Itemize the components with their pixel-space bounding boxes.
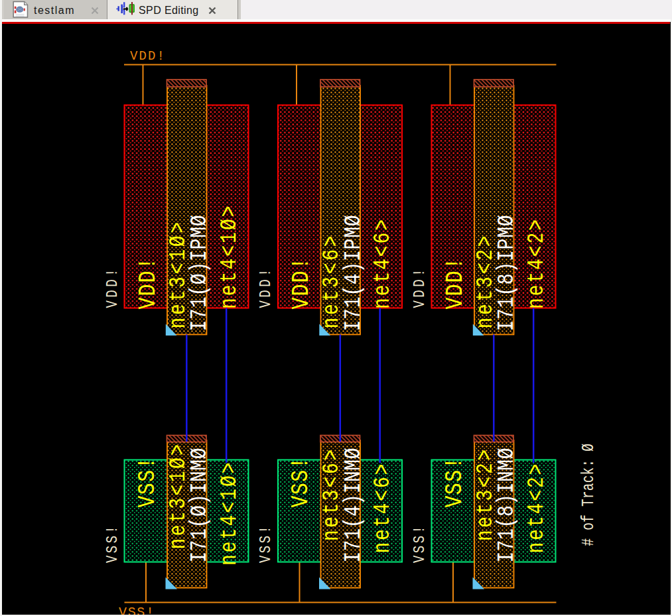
svg-text:net4<6>: net4<6> bbox=[370, 219, 395, 309]
svg-text:I71(4)INMØ: I71(4)INMØ bbox=[340, 448, 366, 563]
svg-text:I71(Ø)IPMØ: I71(Ø)IPMØ bbox=[187, 216, 212, 332]
svg-text:I71(Ø)INMØ: I71(Ø)INMØ bbox=[187, 448, 212, 563]
svg-text:I71(8)IPMØ: I71(8)IPMØ bbox=[494, 216, 519, 332]
svg-text:net4<2>: net4<2> bbox=[523, 464, 549, 554]
svg-text:VSS!: VSS! bbox=[440, 458, 468, 508]
svg-text:net4<6>: net4<6> bbox=[370, 464, 395, 554]
svg-text:VDD!: VDD! bbox=[287, 258, 315, 310]
svg-text:I71(4)IPMØ: I71(4)IPMØ bbox=[340, 216, 366, 332]
svg-text:VSS!: VSS! bbox=[119, 605, 154, 616]
svg-text:VSS!: VSS! bbox=[133, 458, 161, 508]
svg-text:VDD!: VDD! bbox=[133, 258, 161, 310]
svg-text:I71(8)INMØ: I71(8)INMØ bbox=[494, 448, 519, 563]
svg-text:VSS!: VSS! bbox=[287, 458, 314, 508]
svg-text:# of Track: Ø: # of Track: Ø bbox=[578, 444, 598, 546]
svg-text:net4<2>: net4<2> bbox=[523, 219, 549, 309]
svg-text:VDD!: VDD! bbox=[440, 258, 468, 310]
